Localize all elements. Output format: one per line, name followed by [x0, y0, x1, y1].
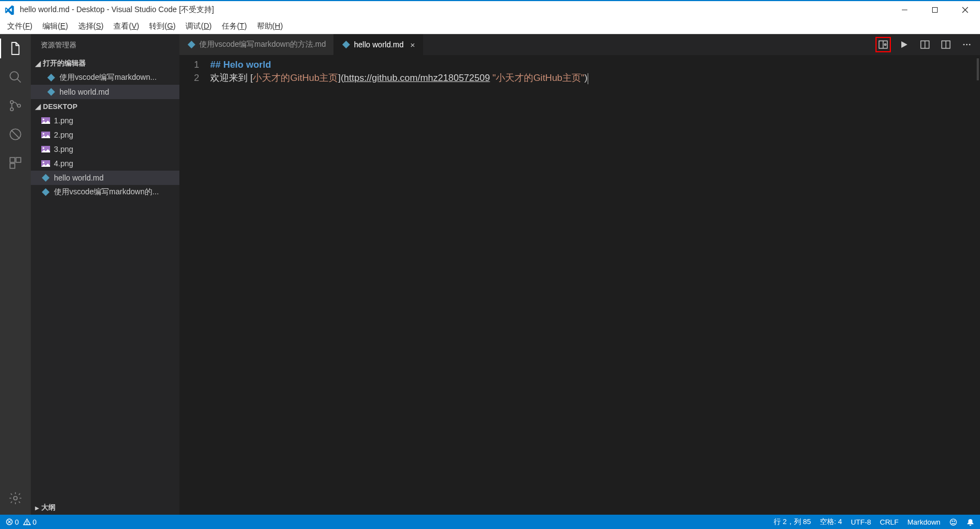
settings-icon[interactable]	[7, 489, 24, 507]
statusbar: 0 0 行 2，列 85 空格: 4 UTF-8 CRLF Markdown	[0, 515, 980, 529]
file-item[interactable]: 3.png	[31, 142, 179, 156]
markdown-file-icon	[41, 173, 51, 183]
image-file-icon	[41, 144, 51, 154]
svg-line-5	[17, 79, 21, 83]
svg-point-16	[43, 119, 45, 121]
errors-indicator[interactable]: 0	[6, 518, 19, 526]
extensions-icon[interactable]	[7, 154, 24, 172]
svg-rect-1	[932, 8, 937, 13]
menu-view[interactable]: 查看(V)	[108, 20, 144, 32]
source-control-icon[interactable]	[7, 97, 24, 114]
workspace-header[interactable]: ◢DESKTOP	[31, 99, 179, 113]
file-item[interactable]: 4.png	[31, 156, 179, 171]
language-mode[interactable]: Markdown	[907, 518, 940, 526]
run-button[interactable]	[896, 37, 912, 52]
svg-point-40	[952, 521, 952, 521]
open-editors-header[interactable]: ◢打开的编辑器	[31, 56, 179, 70]
svg-point-18	[43, 133, 45, 135]
warnings-indicator[interactable]: 0	[23, 518, 36, 526]
markdown-file-icon	[187, 40, 196, 49]
image-file-icon	[41, 159, 51, 168]
notifications-icon[interactable]	[966, 518, 974, 526]
sidebar-title: 资源管理器	[31, 34, 179, 56]
editor-tab[interactable]: hello world.md ×	[334, 34, 423, 55]
file-item[interactable]: hello world.md	[31, 171, 179, 185]
menu-debug[interactable]: 调试(D)	[180, 20, 216, 32]
svg-rect-12	[16, 157, 21, 162]
minimap[interactable]	[977, 58, 979, 80]
svg-point-7	[10, 108, 13, 111]
editor[interactable]: 1 2 ## Helo world 欢迎来到 [小天才的GitHub主页](ht…	[179, 55, 980, 515]
svg-point-8	[18, 104, 20, 107]
markdown-file-icon	[46, 73, 56, 83]
editor-area: 使用vscode编写markdown的方法.md hello world.md …	[179, 34, 980, 515]
encoding[interactable]: UTF-8	[851, 518, 871, 526]
svg-point-32	[969, 44, 971, 46]
feedback-icon[interactable]	[949, 518, 957, 526]
markdown-file-icon	[41, 187, 51, 197]
svg-point-38	[27, 523, 28, 524]
close-tab-icon[interactable]: ×	[410, 40, 415, 50]
image-file-icon	[41, 116, 51, 126]
vscode-icon	[3, 4, 15, 16]
markdown-file-icon	[46, 87, 56, 97]
menu-select[interactable]: 选择(S)	[73, 20, 109, 32]
svg-point-22	[43, 162, 45, 163]
line-gutter: 1 2	[179, 55, 210, 515]
code-content[interactable]: ## Helo world 欢迎来到 [小天才的GitHub主页](https:…	[210, 55, 980, 515]
image-file-icon	[41, 130, 51, 140]
open-editor-item[interactable]: 使用vscode编写markdown...	[31, 70, 179, 85]
window-title: hello world.md - Desktop - Visual Studio…	[20, 5, 889, 15]
svg-point-39	[950, 519, 956, 525]
svg-point-4	[10, 72, 18, 80]
open-preview-side-button[interactable]	[875, 37, 891, 52]
svg-point-25	[884, 44, 886, 46]
menu-task[interactable]: 任务(T)	[217, 20, 252, 32]
file-item[interactable]: 使用vscode编写markdown的...	[31, 185, 179, 199]
more-actions-button[interactable]	[959, 37, 974, 52]
editor-tab[interactable]: 使用vscode编写markdown的方法.md	[179, 34, 334, 55]
tabbar: 使用vscode编写markdown的方法.md hello world.md …	[179, 34, 980, 55]
explorer-icon[interactable]	[7, 40, 24, 57]
markdown-file-icon	[342, 40, 351, 49]
svg-point-41	[954, 521, 955, 521]
menu-goto[interactable]: 转到(G)	[144, 20, 180, 32]
sidebar: 资源管理器 ◢打开的编辑器 使用vscode编写markdown... hell…	[31, 34, 179, 515]
outline-header[interactable]: ▸ 大纲	[31, 500, 179, 515]
file-item[interactable]: 1.png	[31, 113, 179, 128]
activity-bar	[0, 34, 31, 515]
preview-button[interactable]	[917, 37, 933, 52]
svg-point-6	[10, 101, 13, 103]
svg-point-31	[966, 44, 968, 46]
svg-point-14	[14, 497, 18, 500]
svg-rect-11	[10, 157, 15, 162]
menu-help[interactable]: 帮助(H)	[252, 20, 288, 32]
window-titlebar: hello world.md - Desktop - Visual Studio…	[0, 0, 980, 19]
close-button[interactable]	[950, 1, 980, 19]
svg-point-30	[963, 44, 965, 46]
eol[interactable]: CRLF	[880, 518, 899, 526]
menu-edit[interactable]: 编辑(E)	[37, 20, 73, 32]
maximize-button[interactable]	[919, 1, 950, 19]
search-icon[interactable]	[7, 68, 24, 86]
svg-line-10	[11, 130, 19, 138]
cursor-position[interactable]: 行 2，列 85	[774, 517, 811, 527]
menu-file[interactable]: 文件(F)	[2, 20, 37, 32]
minimize-button[interactable]	[889, 1, 919, 19]
indentation[interactable]: 空格: 4	[820, 517, 842, 527]
open-editor-item[interactable]: hello world.md	[31, 85, 179, 99]
svg-point-20	[43, 148, 45, 149]
debug-icon[interactable]	[7, 126, 24, 143]
menubar: 文件(F) 编辑(E) 选择(S) 查看(V) 转到(G) 调试(D) 任务(T…	[0, 19, 980, 34]
svg-rect-13	[10, 163, 15, 168]
split-editor-button[interactable]	[938, 37, 954, 52]
file-item[interactable]: 2.png	[31, 128, 179, 142]
